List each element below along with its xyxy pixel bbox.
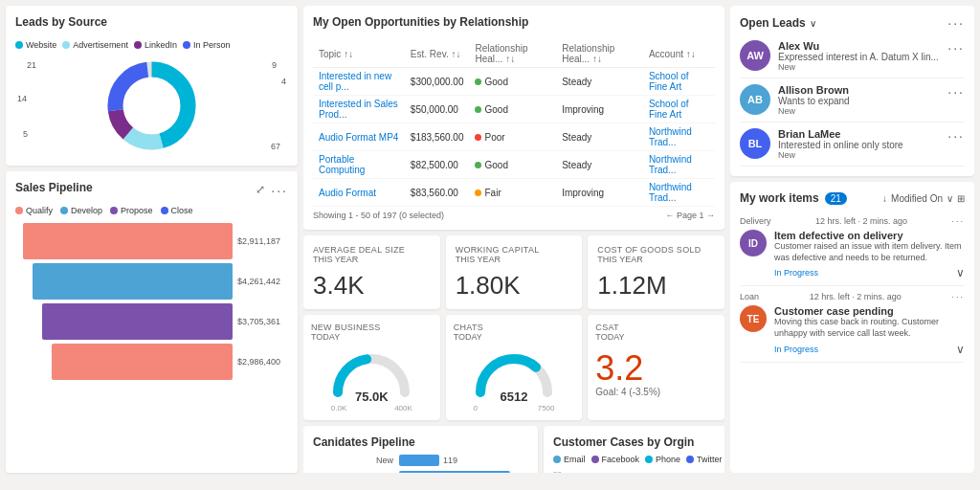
work-category: Loan (740, 292, 759, 301)
cases-bars-container (567, 470, 724, 473)
open-leads-list: AW Alex Wu Expressed interest in A. Datu… (740, 34, 965, 167)
cases-legend-item: Phone (645, 455, 680, 464)
working-capital-card: Working capital THIS YEAR 1.80K (446, 235, 583, 309)
candidates-title: Canidates Pipeline (313, 435, 528, 449)
work-dots[interactable]: ··· (951, 216, 965, 226)
lead-desc: Wants to expand (778, 96, 940, 106)
cases-legend-label: Twitter (697, 455, 723, 464)
funnel-row-1: $2,911,187 (23, 223, 280, 259)
donut-label-9: 9 (272, 60, 277, 70)
donut-chart (101, 56, 202, 156)
chats-min: 0 (473, 404, 477, 412)
candidates-pipeline-card: Canidates Pipeline New 119 Screen 330 Ph… (303, 426, 538, 473)
opportunities-table: Topic ↑↓ Est. Rev. ↑↓ Relationship Heal.… (313, 40, 715, 207)
work-expand-icon[interactable]: ∨ (956, 266, 965, 279)
filter-icon[interactable]: ⊞ (957, 193, 965, 204)
work-title: Customer case pending (774, 305, 965, 317)
legend-qualify: Qualify (15, 206, 53, 215)
work-avatar: TE (740, 305, 767, 332)
lead-dots-menu[interactable]: ··· (947, 128, 965, 144)
cases-legend-dot (553, 456, 561, 463)
legend-website-label: Website (26, 40, 56, 50)
lead-desc: Expressed interest in A. Datum X lin... (778, 52, 940, 62)
donut-label-21: 21 (27, 60, 36, 70)
work-avatar: ID (740, 230, 767, 256)
table-row[interactable]: Audio Format $83,560.00 Fair Improving N… (313, 179, 715, 207)
work-items-list: Delivery 12 hrs. left · 2 mins. ago ··· … (740, 211, 965, 363)
qualify-dot (15, 207, 23, 214)
candidates-bar-row: Screen 330 (313, 471, 528, 473)
legend-inperson-label: In Person (193, 40, 231, 50)
qualify-bar (23, 223, 233, 259)
work-item: Loan 12 hrs. left · 2 mins. ago ··· TE C… (740, 286, 965, 362)
donut-label-67: 67 (271, 142, 280, 151)
legend-linkedin: LinkedIn (134, 40, 177, 50)
working-capital-value: 1.80K (456, 272, 573, 300)
table-row[interactable]: Portable Computing $82,500.00 Good Stead… (313, 151, 715, 179)
csat-value: 3.2 (595, 349, 717, 388)
legend-develop: Develop (60, 206, 102, 215)
cases-chart: 3020100 (553, 470, 724, 473)
cases-legend-item: Twitter (686, 455, 723, 464)
work-expand-icon[interactable]: ∨ (956, 343, 965, 356)
cases-legend-item: Email (553, 455, 586, 464)
lead-dots-menu[interactable]: ··· (947, 84, 965, 100)
csat-goal: Goal: 4 (-3.5%) (595, 387, 717, 397)
candidates-bars: New 119 Screen 330 Phone Interviews 50 I… (313, 455, 528, 473)
page-indicator: ← Page 1 → (665, 211, 715, 220)
close-bar (52, 344, 233, 380)
customer-cases-card: Customer Cases by Orgin EmailFacebookPho… (544, 426, 724, 473)
col-account[interactable]: Account ↑↓ (643, 40, 715, 68)
propose-dot (110, 207, 118, 214)
new-biz-gauge: 75.0K 0.0K 400K (311, 349, 433, 412)
lead-dots-menu[interactable]: ··· (947, 40, 965, 56)
lead-info: Allison Brown Wants to expand New (778, 84, 940, 116)
lead-status: New (778, 106, 940, 116)
expand-icon[interactable]: ⤢ (256, 183, 265, 198)
work-item-header: Loan 12 hrs. left · 2 mins. ago ··· (740, 292, 965, 301)
donut-chart-container: 21 9 4 14 5 67 (15, 56, 288, 156)
bottom-panels: Canidates Pipeline New 119 Screen 330 Ph… (303, 426, 724, 473)
pipeline-legend: Qualify Develop Propose Close (15, 206, 288, 215)
col-health2[interactable]: Relationship Heal... ↑↓ (556, 40, 643, 68)
lead-avatar: AB (740, 84, 770, 115)
open-leads-chevron[interactable]: ∨ (810, 18, 816, 29)
open-leads-dots[interactable]: ··· (947, 15, 965, 31)
cases-title: Customer Cases by Orgin (553, 435, 724, 449)
leads-legend: Website Advertisement LinkedIn In Person (15, 40, 288, 50)
lead-info: Brian LaMee Interested in online only st… (778, 128, 940, 160)
table-row[interactable]: Interested in Sales Prod... $50,000.00 G… (313, 96, 715, 123)
cand-value: 119 (443, 456, 457, 465)
cases-legend-label: Phone (656, 455, 680, 464)
cases-legend-item: Facebook (591, 455, 640, 464)
funnel-row-4: $2,986,400 (23, 344, 280, 380)
open-leads-title: Open Leads (740, 16, 806, 30)
opportunities-title: My Open Opportunities by Relationship (313, 15, 528, 29)
csat-period: TODAY (595, 332, 717, 342)
cand-bar (399, 455, 439, 466)
lead-name: Alex Wu (778, 40, 940, 52)
donut-label-4: 4 (281, 77, 286, 86)
cost-goods-label: Cost of Goods Sold (597, 245, 715, 255)
pipeline-dots-menu[interactable]: ··· (271, 183, 288, 198)
qualify-label: Qualify (26, 206, 53, 215)
cases-legend-dot (645, 456, 653, 463)
table-row[interactable]: Audio Format MP4 $183,560.00 Poor Steady… (313, 123, 715, 151)
col-health1[interactable]: Relationship Heal... ↑↓ (469, 40, 556, 68)
csat-label: CSAT (595, 323, 717, 332)
col-revenue[interactable]: Est. Rev. ↑↓ (405, 40, 470, 68)
cost-goods-card: Cost of Goods Sold THIS YEAR 1.12M (588, 235, 724, 309)
working-capital-period: THIS YEAR (456, 255, 573, 264)
qualify-value: $2,911,187 (237, 236, 280, 246)
legend-advertisement-label: Advertisement (73, 40, 128, 50)
work-status: In Progress (774, 345, 818, 354)
propose-value: $3,705,361 (237, 317, 280, 326)
table-row[interactable]: Interested in new cell p... $300,000.00 … (313, 68, 715, 96)
sort-chevron[interactable]: ∨ (947, 193, 953, 204)
col-topic[interactable]: Topic ↑↓ (313, 40, 405, 68)
close-dot (161, 207, 168, 214)
develop-dot (60, 207, 68, 214)
funnel-row-2: $4,261,442 (23, 263, 280, 300)
showing-text: Showing 1 - 50 of 197 (0 selected) (313, 211, 444, 220)
work-dots[interactable]: ··· (951, 292, 965, 301)
